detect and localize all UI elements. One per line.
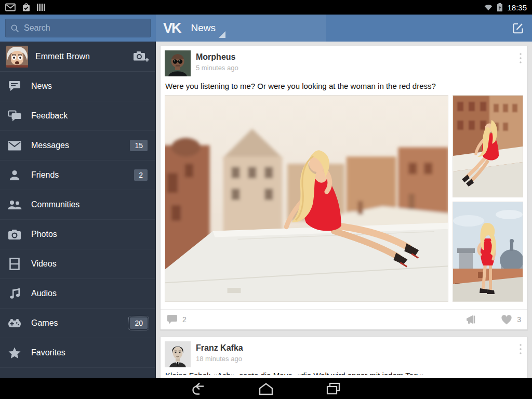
sidebar-item-friends[interactable]: Friends 2 <box>0 161 155 190</box>
sidebar-item-label: Feedback <box>31 111 148 121</box>
dots-vertical-icon <box>519 52 522 64</box>
back-icon <box>190 381 208 396</box>
share-megaphone-icon <box>466 315 477 324</box>
post-photo-thumbs <box>453 95 523 302</box>
vk-logo: VK <box>163 20 181 36</box>
home-icon <box>257 381 275 396</box>
photo-woman-standing-dome <box>453 202 523 301</box>
comments-button[interactable]: 2 <box>167 314 187 325</box>
comment-bubble-icon <box>167 314 178 325</box>
sidebar-item-label: Games <box>31 318 121 328</box>
clock: 18:35 <box>507 3 527 12</box>
post-text: Were you listening to me? Or were you lo… <box>161 81 527 95</box>
compose-post-button[interactable] <box>511 21 525 35</box>
gamepad-icon <box>7 318 22 328</box>
post-author-avatar[interactable] <box>165 50 191 76</box>
sidebar-item-videos[interactable]: Videos <box>0 249 155 279</box>
profile-avatar[interactable] <box>6 46 28 68</box>
feed-title-spinner[interactable]: VK News <box>156 15 326 42</box>
camera-add-icon[interactable] <box>133 50 149 63</box>
back-button[interactable] <box>190 381 208 396</box>
post-photo-main[interactable] <box>165 95 448 302</box>
comments-count: 2 <box>182 315 187 324</box>
news-feed: Morpheus 5 minutes ago Were you listenin… <box>156 42 532 378</box>
main-body: Emmett Brown News Feedback Messages 15 <box>0 42 532 378</box>
sidebar-item-games[interactable]: Games 20 <box>0 309 155 338</box>
star-icon <box>7 347 22 359</box>
mail-icon <box>5 3 16 11</box>
sidebar-item-news[interactable]: News <box>0 72 155 101</box>
recents-icon <box>324 381 342 396</box>
share-button[interactable] <box>466 315 477 324</box>
people-icon <box>7 200 22 210</box>
wifi-icon <box>483 3 494 11</box>
like-button[interactable]: 3 <box>501 315 521 325</box>
android-navigation-bar <box>0 378 532 399</box>
post-card-morpheus: Morpheus 5 minutes ago Were you listenin… <box>160 46 528 330</box>
post-timestamp: 5 minutes ago <box>196 64 238 72</box>
battery-charging-icon <box>497 3 503 12</box>
vk-android-tablet-screen: 18:35 VK News <box>0 0 532 399</box>
photo-woman-sitting-brick <box>453 96 523 197</box>
post-photo-thumb-2[interactable] <box>453 202 523 302</box>
home-button[interactable] <box>257 381 275 396</box>
post-overflow-menu[interactable] <box>519 343 522 357</box>
post-text-clipped: Kleine Fabel: «Ach», sagte die Maus, «di… <box>161 371 527 375</box>
sidebar-profile[interactable]: Emmett Brown <box>0 42 155 72</box>
news-bubble-icon <box>7 81 22 92</box>
post-author-name: Morpheus <box>196 52 238 62</box>
status-bar: 18:35 <box>0 0 532 15</box>
sidebar-item-audios[interactable]: Audios <box>0 279 155 309</box>
vertical-bars-icon <box>37 3 45 11</box>
page-title: News <box>191 22 216 34</box>
person-icon <box>7 169 22 181</box>
post-header: Morpheus 5 minutes ago <box>161 46 527 81</box>
likes-count: 3 <box>517 315 521 324</box>
sidebar-item-communities[interactable]: Communities <box>0 190 155 220</box>
system-status-icons: 18:35 <box>483 3 527 12</box>
dropdown-corner-icon <box>219 31 225 38</box>
search-area <box>0 19 156 37</box>
sidebar-item-label: Messages <box>31 141 121 150</box>
feedback-bubbles-icon <box>7 110 22 122</box>
post-photo-grid <box>161 95 527 302</box>
compose-icon <box>511 21 525 35</box>
emmett-brown-avatar-image <box>6 46 28 68</box>
morpheus-avatar-image <box>165 50 191 76</box>
messages-count-badge: 15 <box>130 140 148 151</box>
camera-icon <box>7 229 22 240</box>
heart-icon <box>501 315 512 325</box>
post-card-kafka: Franz Kafka 18 minutes ago Kleine Fabel:… <box>160 337 528 378</box>
notification-icons <box>5 3 45 12</box>
sidebar-item-feedback[interactable]: Feedback <box>0 101 155 131</box>
friends-count-badge: 2 <box>134 169 148 181</box>
sidebar-item-label: Photos <box>31 230 148 239</box>
photo-woman-red-dress-panorama <box>165 96 448 301</box>
sidebar: Emmett Brown News Feedback Messages 15 <box>0 42 156 378</box>
post-footer: 2 3 <box>161 309 527 329</box>
post-overflow-menu[interactable] <box>519 52 522 66</box>
video-frame-icon <box>7 258 22 270</box>
search-icon <box>10 24 19 33</box>
post-photo-thumb-1[interactable] <box>453 95 523 197</box>
sidebar-item-label: Friends <box>31 170 125 180</box>
search-box[interactable] <box>5 19 151 37</box>
sidebar-item-favorites[interactable]: Favorites <box>0 338 155 368</box>
sidebar-item-label: News <box>31 82 148 91</box>
sidebar-item-photos[interactable]: Photos <box>0 220 155 249</box>
profile-name: Emmett Brown <box>35 52 126 61</box>
sidebar-item-label: Videos <box>31 259 148 269</box>
post-header: Franz Kafka 18 minutes ago <box>161 337 527 371</box>
sidebar-item-messages[interactable]: Messages 15 <box>0 131 155 161</box>
post-actions-right: 3 <box>466 315 521 325</box>
dots-vertical-icon <box>519 343 522 355</box>
games-count-badge: 20 <box>130 317 148 329</box>
app-bar: VK News <box>0 15 532 42</box>
sidebar-item-label: Audios <box>31 289 148 298</box>
sidebar-item-label: Favorites <box>31 348 148 357</box>
search-input[interactable] <box>23 23 145 33</box>
post-author-avatar[interactable] <box>165 341 191 367</box>
franz-kafka-avatar-image <box>165 341 191 367</box>
recents-button[interactable] <box>324 381 342 396</box>
post-author-block: Franz Kafka 18 minutes ago <box>196 341 243 363</box>
